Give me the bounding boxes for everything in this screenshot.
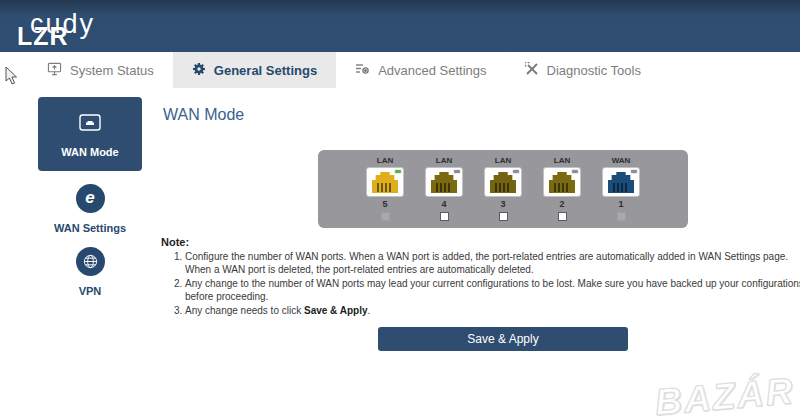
ethernet-port-icon [78,111,102,137]
note-item: Any change needs to click Save & Apply. [185,304,800,317]
ethernet-jack-icon [366,167,404,197]
note-item: Any change to the number of WAN ports ma… [185,277,800,303]
note-list: Configure the number of WAN ports. When … [161,250,800,317]
sidebar-item-label: VPN [79,285,102,297]
system-status-icon [47,62,62,79]
sidebar-item-label: WAN Mode [61,146,118,158]
tab-label: Diagnostic Tools [547,63,641,78]
ethernet-jack-icon [543,167,581,197]
port-3: LAN 3 [484,156,522,228]
tab-label: General Settings [214,63,317,78]
save-apply-button[interactable]: Save & Apply [378,327,628,351]
gear-icon [192,62,206,79]
main-nav: System Status General Settings [0,52,800,88]
port-number: 4 [441,199,446,209]
watermark-lzr: LZR [17,22,69,51]
link-led [571,169,579,174]
sidebar-item-vpn[interactable]: VPN [76,247,105,297]
port-5: LAN 5 [366,156,404,228]
sidebar-item-wan-mode[interactable]: WAN Mode [38,97,142,171]
port-type-label: LAN [377,156,393,165]
link-led [512,169,520,174]
port-1: WAN 1 [602,156,640,228]
ethernet-jack-icon [484,167,522,197]
ethernet-jack-icon [425,167,463,197]
diagnostic-tools-icon [525,62,539,79]
port-type-label: LAN [495,156,511,165]
sidebar: WAN Mode e WAN Settings VPN [38,97,142,297]
port-1-checkbox [617,212,626,221]
port-number: 5 [382,199,387,209]
link-led [394,169,402,174]
note-item: Configure the number of WAN ports. When … [185,250,800,276]
router-admin-page: cudy LZR System Status [0,0,800,418]
globe-icon [76,247,105,276]
port-4-checkbox[interactable] [440,212,449,221]
port-5-checkbox [381,212,390,221]
mouse-cursor [5,66,20,90]
tab-label: System Status [70,63,154,78]
port-number: 3 [500,199,505,209]
internet-e-icon: e [76,184,105,213]
tab-label: Advanced Settings [378,63,486,78]
tab-advanced-settings[interactable]: Advanced Settings [336,52,505,88]
port-type-label: WAN [612,156,631,165]
note-title: Note: [161,236,800,248]
app-header: cudy LZR [0,0,800,52]
port-2: LAN 2 [543,156,581,228]
port-type-label: LAN [436,156,452,165]
sidebar-item-wan-settings[interactable]: e WAN Settings [54,184,126,234]
ethernet-jack-icon [602,167,640,197]
port-type-label: LAN [554,156,570,165]
tab-diagnostic-tools[interactable]: Diagnostic Tools [506,52,660,88]
watermark-bazar: BAZÁR [653,370,796,418]
sidebar-item-label: WAN Settings [54,222,126,234]
page-title: WAN Mode [163,106,244,124]
port-panel: LAN 5 LAN 4 LAN 3 LAN [318,150,688,228]
advanced-settings-icon [355,62,370,78]
link-led [630,169,638,174]
port-4: LAN 4 [425,156,463,228]
tab-system-status[interactable]: System Status [28,52,173,88]
port-3-checkbox[interactable] [499,212,508,221]
note-block: Note: Configure the number of WAN ports.… [161,236,800,318]
port-number: 1 [618,199,623,209]
port-number: 2 [559,199,564,209]
link-led [453,169,461,174]
port-2-checkbox[interactable] [558,212,567,221]
tab-general-settings[interactable]: General Settings [173,52,336,88]
